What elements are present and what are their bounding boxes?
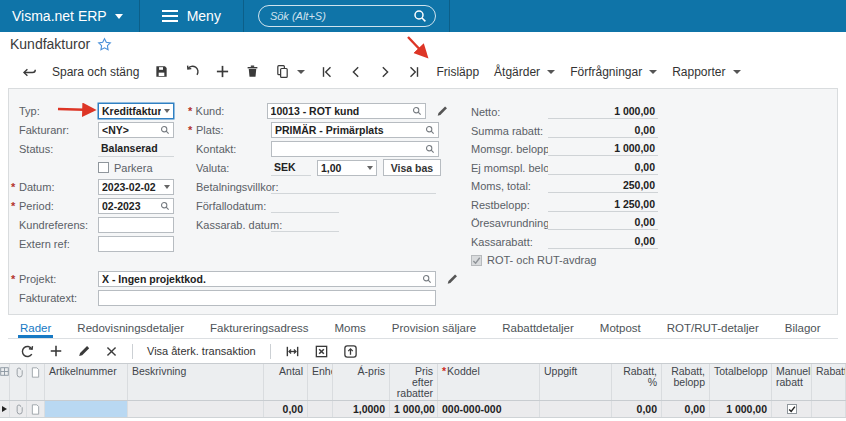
- parkera-checkbox[interactable]: [98, 162, 109, 173]
- cell-enhet[interactable]: [308, 401, 333, 417]
- projekt-input[interactable]: X - Ingen projektkod.: [98, 271, 436, 287]
- copy-paste-button[interactable]: [275, 64, 305, 79]
- valuta-rate-select[interactable]: 1,00: [317, 160, 377, 176]
- header-artikelnummer[interactable]: Artikelnummer: [45, 364, 128, 400]
- cell-pris-efter-rabatter[interactable]: 1 000,00: [390, 401, 438, 417]
- tab-bilagor[interactable]: Bilagor: [783, 319, 823, 338]
- column-config-icon[interactable]: [0, 364, 10, 400]
- cell-rabatt-belopp[interactable]: 0,00: [662, 401, 710, 417]
- tab-provision-saljare[interactable]: Provision säljare: [390, 319, 478, 338]
- tab-redovisningsdetaljer[interactable]: Redovisningsdetaljer: [75, 319, 186, 338]
- tab-rabattdetaljer[interactable]: Rabattdetaljer: [500, 319, 576, 338]
- lookup-icon[interactable]: [425, 125, 435, 135]
- fakturanr-input[interactable]: <NY>: [98, 122, 174, 138]
- brand-menu[interactable]: Visma.net ERP: [0, 0, 139, 32]
- fakturatext-input[interactable]: [98, 290, 436, 306]
- export-excel-button[interactable]: [314, 344, 329, 359]
- projekt-value: X - Ingen projektkod.: [102, 273, 422, 285]
- header-pris-efter-rabatter[interactable]: Pris efter rabatter: [390, 364, 438, 400]
- cell-a-pris[interactable]: 1,0000: [333, 401, 390, 417]
- save-button[interactable]: [154, 64, 169, 79]
- row-attachment-cell[interactable]: [10, 401, 27, 417]
- kund-input[interactable]: 10013 - ROT kund: [267, 103, 426, 119]
- cell-antal[interactable]: 0,00: [264, 401, 308, 417]
- delete-row-button[interactable]: [105, 345, 118, 358]
- datum-select[interactable]: 2023-02-02: [98, 179, 174, 195]
- lookup-icon[interactable]: [422, 274, 432, 284]
- visa-bas-button[interactable]: Visa bas: [383, 159, 441, 176]
- period-input[interactable]: 02-2023: [98, 198, 174, 214]
- back-button[interactable]: [21, 64, 37, 80]
- projekt-edit-button[interactable]: [446, 273, 458, 285]
- kontakt-input[interactable]: [271, 141, 439, 157]
- chevron-down-icon: [297, 70, 305, 74]
- search-input[interactable]: Sök (Alt+S): [258, 5, 436, 27]
- manuell-rabatt-checkbox[interactable]: [787, 404, 797, 414]
- tab-rader[interactable]: Rader: [18, 319, 53, 338]
- cell-koddel[interactable]: 000-000-000: [438, 401, 540, 417]
- header-koddel[interactable]: *Koddel: [438, 364, 540, 400]
- kund-edit-button[interactable]: [436, 105, 448, 117]
- first-record-button[interactable]: [320, 65, 334, 79]
- cell-rabatt-truncated[interactable]: [812, 401, 846, 417]
- favorite-star-icon[interactable]: [97, 37, 112, 52]
- previous-record-button[interactable]: [349, 65, 363, 79]
- release-button[interactable]: Frisläpp: [436, 65, 479, 79]
- grid-data-row[interactable]: 0,00 1,0000 1 000,00 000-000-000 0,00 0,…: [0, 401, 846, 418]
- inquiries-menu-button[interactable]: Förfrågningar: [570, 65, 657, 79]
- undo-button[interactable]: [184, 64, 200, 80]
- header-totalbelopp[interactable]: Totalbelopp: [710, 364, 772, 400]
- edit-row-button[interactable]: [77, 344, 91, 358]
- fit-width-button[interactable]: [285, 344, 300, 359]
- row-note-cell[interactable]: [27, 401, 45, 417]
- chevron-down-icon: [547, 70, 555, 74]
- header-manuell-rabatt[interactable]: Manuell rabatt: [772, 364, 812, 400]
- typ-select[interactable]: Kreditfaktura: [98, 103, 174, 119]
- lookup-icon[interactable]: [160, 201, 170, 211]
- lookup-icon[interactable]: [425, 144, 435, 154]
- search-icon[interactable]: [413, 9, 427, 23]
- header-a-pris[interactable]: Á-pris: [333, 364, 390, 400]
- header-rabatt-procent[interactable]: Rabatt, %: [612, 364, 662, 400]
- lookup-icon[interactable]: [412, 106, 422, 116]
- tab-motpost[interactable]: Motpost: [598, 319, 643, 338]
- chevron-down-icon[interactable]: [164, 109, 170, 113]
- chevron-down-icon[interactable]: [164, 185, 170, 189]
- save-and-close-button[interactable]: Spara och stäng: [52, 65, 139, 79]
- delete-button[interactable]: [245, 64, 260, 79]
- visa-aterk-transaktion-button[interactable]: Visa återk. transaktion: [147, 345, 256, 357]
- tab-rot-rut-detaljer[interactable]: ROT/RUT-detaljer: [665, 319, 761, 338]
- add-row-button[interactable]: [49, 344, 63, 358]
- tab-faktureringsadress[interactable]: Faktureringsadress: [208, 319, 310, 338]
- header-beskrivning[interactable]: Beskrivning: [128, 364, 264, 400]
- upload-button[interactable]: [343, 344, 358, 359]
- forfallodatum-field-disabled: [271, 199, 339, 213]
- cell-artikelnummer-selected[interactable]: [45, 401, 128, 417]
- refresh-button[interactable]: [20, 344, 35, 359]
- lookup-icon[interactable]: [160, 125, 170, 135]
- delete-icon: [245, 64, 260, 79]
- detail-tabs: Rader Redovisningsdetaljer Faktureringsa…: [8, 316, 838, 339]
- plats-input[interactable]: PRIMÄR - Primärplats: [271, 122, 439, 138]
- next-record-button[interactable]: [378, 65, 392, 79]
- reports-menu-button[interactable]: Rapporter: [672, 65, 740, 79]
- header-rabatt-truncated[interactable]: Rabatt,: [812, 364, 846, 400]
- cell-rabatt-procent[interactable]: 0,00: [612, 401, 662, 417]
- header-antal[interactable]: Antal: [264, 364, 308, 400]
- last-record-button[interactable]: [407, 65, 421, 79]
- tab-moms[interactable]: Moms: [333, 319, 368, 338]
- header-uppgift[interactable]: Uppgift: [540, 364, 612, 400]
- kundreferens-input[interactable]: [98, 217, 174, 233]
- header-enhet[interactable]: Enhet: [308, 364, 333, 400]
- add-button[interactable]: [215, 64, 230, 79]
- cell-totalbelopp[interactable]: 1 000,00: [710, 401, 772, 417]
- chevron-down-icon[interactable]: [367, 166, 373, 170]
- extern-ref-input[interactable]: [98, 236, 174, 252]
- menu-button[interactable]: Meny: [140, 0, 243, 32]
- cell-manuell-rabatt[interactable]: [772, 401, 812, 417]
- cell-uppgift[interactable]: [540, 401, 612, 417]
- actions-menu-button[interactable]: Åtgärder: [494, 65, 555, 79]
- moms-total-value: 250,00: [548, 179, 658, 193]
- header-rabatt-belopp[interactable]: Rabatt, belopp: [662, 364, 710, 400]
- cell-beskrivning[interactable]: [128, 401, 264, 417]
